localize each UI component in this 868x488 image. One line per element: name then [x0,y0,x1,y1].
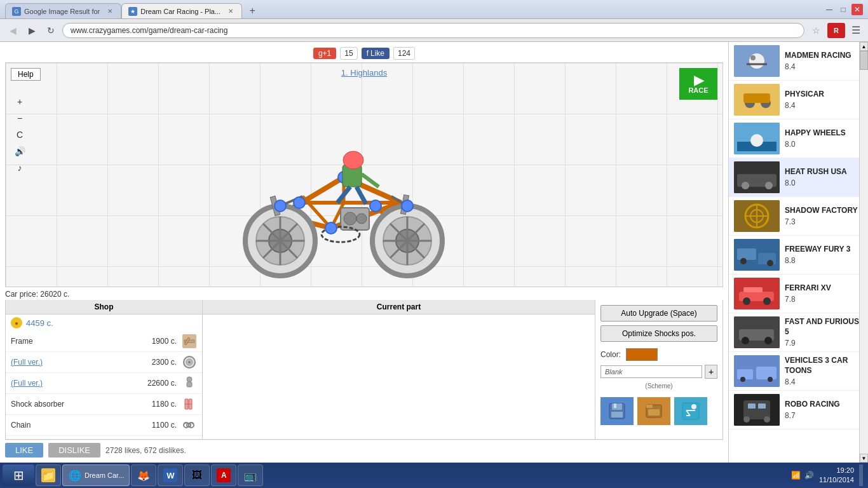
shop-panel: Shop ● 4459 c. Frame 1900 c. [5,300,723,440]
minimize-button[interactable]: ─ [824,4,835,15]
music-button[interactable]: ♪ [12,161,27,175]
race-button[interactable]: ▶ RACE [679,68,717,100]
scroll-down-button[interactable]: ▼ [860,454,868,463]
auto-upgrade-button[interactable]: Auto Upgrade (Space) [600,305,717,322]
dislike-button[interactable]: DISLIKE [48,443,100,458]
tab-close-google[interactable]: ✕ [105,7,114,16]
zoom-in-button[interactable]: + [12,95,27,109]
taskbar-item-acrobat[interactable]: A [211,464,236,486]
like-stats: 2728 likes, 672 dislikes. [105,446,186,455]
sidebar-game-ferrarxv[interactable]: FERRARI XV 7.8 [729,274,868,313]
svg-point-111 [768,377,773,382]
current-part-content [203,315,595,439]
maximize-button[interactable]: □ [837,4,849,15]
item-price-frame: 1900 c. [132,337,177,346]
taskbar-item-explorer[interactable]: 📁 [36,464,61,486]
taskbar-item-word[interactable]: W [158,464,183,486]
browser-navbar: ◀ ▶ ↻ www.crazygames.com/game/dream-car-… [0,19,868,42]
chrome-icon: 🌐 [68,468,82,482]
color-row: Color: [600,348,717,361]
sidebar-game-madmen[interactable]: MADMEN RACING 8.4 [729,42,868,81]
shop-item-shock[interactable]: Shock absorber 1180 c. [6,394,202,415]
address-text: www.crazygames.com/game/dream-car-racing [71,26,227,35]
taskbar-item-chrome[interactable]: 🌐 Dream Car... [62,464,130,486]
page-scrollbar[interactable]: ▲ ▼ [859,42,868,463]
help-button[interactable]: Help [11,68,41,81]
thumb-madmen [734,45,780,77]
item-name-fullver1: (Full ver.) [11,358,127,367]
start-button[interactable]: ⊞ [3,464,34,486]
shop-item-frame[interactable]: Frame 1900 c. [6,331,202,352]
optimize-button[interactable]: Optimize Shocks pos. [600,325,717,342]
tab-google[interactable]: G Google Image Result for ✕ [5,3,121,18]
shop-coins: ● 4459 c. [6,315,202,331]
addon-button[interactable]: R [827,23,845,38]
scheme-input[interactable] [600,365,702,378]
load-button[interactable] [637,397,670,425]
game-info-madmen: MADMEN RACING 8.4 [785,51,863,71]
save-button[interactable] [600,397,634,425]
svg-rect-50 [187,382,192,387]
svg-point-74 [749,53,764,69]
reload-button[interactable]: ↻ [43,23,58,38]
pictures-icon: 🖼 [190,468,204,482]
sidebar-game-vehicles3[interactable]: VEHICLES 3 CAR TOONS 8.4 [729,352,868,391]
zoom-out-button[interactable]: − [12,111,27,125]
game-name-roboracing: ROBO RACING [785,400,863,410]
item-name-chain: Chain [11,421,127,430]
svg-point-60 [192,423,194,424]
like-button[interactable]: LIKE [5,443,43,458]
shop-item-chain[interactable]: Chain 1100 c. [6,415,202,436]
tab-close-dreamcar[interactable]: ✕ [226,7,235,16]
sidebar-game-shadowfactory[interactable]: SHADOW FACTORY 7.3 [729,197,868,236]
shop-item-fullver2[interactable]: (Full ver.) 22600 c. [6,373,202,394]
game-name-madmen: MADMEN RACING [785,51,863,61]
address-bar[interactable]: www.crazygames.com/game/dream-car-racing [62,23,804,38]
fb-like-button[interactable]: f Like [362,48,390,59]
run-button[interactable] [674,397,707,425]
date-display: 11/10/2014 [819,475,854,485]
item-price-fullver1: 2300 c. [132,358,177,367]
taskbar-item-pictures[interactable]: 🖼 [184,464,210,486]
svg-point-40 [343,151,363,169]
menu-button[interactable]: ☰ [849,24,863,37]
sidebar-game-physicar[interactable]: PHYSICAR 8.4 [729,81,868,119]
sidebar-game-freewayfury3[interactable]: FREEWAY FURY 3 8.8 [729,236,868,274]
sidebar-game-happywheels[interactable]: HAPPY WHEELS 8.0 [729,119,868,158]
close-button[interactable]: ✕ [851,4,863,15]
taskbar-item-firefox[interactable]: 🦊 [131,464,156,486]
time-display: 19:20 [819,466,854,475]
coins-amount: 4459 c. [26,318,53,328]
color-swatch[interactable] [626,348,658,361]
color-label: Color: [600,350,621,359]
svg-point-97 [767,260,773,266]
scheme-add-button[interactable]: + [705,365,717,379]
scroll-up-button[interactable]: ▲ [860,42,868,51]
taskbar-item-media[interactable]: 📺 [238,464,263,486]
sidebar-game-roboracing[interactable]: ROBO RACING 8.7 [729,391,868,430]
sidebar-game-fastfurious5[interactable]: FAST AND FURIOUS 5 7.9 [729,313,868,352]
taskbar-clock: 19:20 11/10/2014 [819,466,854,485]
bookmark-button[interactable]: ☆ [808,23,824,38]
show-desktop-button[interactable] [859,464,863,486]
chrome-label: Dream Car... [85,471,124,479]
sidebar-game-heatrush[interactable]: HEAT RUSH USA 8.0 [729,158,868,197]
tab-favicon-google: G [12,7,21,16]
scrollbar-thumb[interactable] [860,51,868,70]
new-tab-button[interactable]: + [245,3,260,18]
game-info-physicar: PHYSICAR 8.4 [785,90,863,110]
fb-like-label: Like [370,49,384,58]
volume-icon[interactable]: 🔊 [804,471,814,480]
reset-button[interactable]: C [12,128,27,142]
forward-button[interactable]: ▶ [24,23,39,38]
shop-item-fullver1[interactable]: (Full ver.) 2300 c. [6,352,202,373]
back-button[interactable]: ◀ [5,23,20,38]
svg-point-35 [325,222,337,234]
svg-point-116 [743,416,750,423]
save-icon [607,402,627,421]
gplus-button[interactable]: g+1 [313,48,336,59]
sound-button[interactable]: 🔊 [12,144,27,158]
tab-dreamcar[interactable]: ★ Dream Car Racing - Pla... ✕ [121,3,242,18]
network-icon[interactable]: 📶 [791,471,801,480]
level-label[interactable]: 1. Highlands [341,68,387,78]
